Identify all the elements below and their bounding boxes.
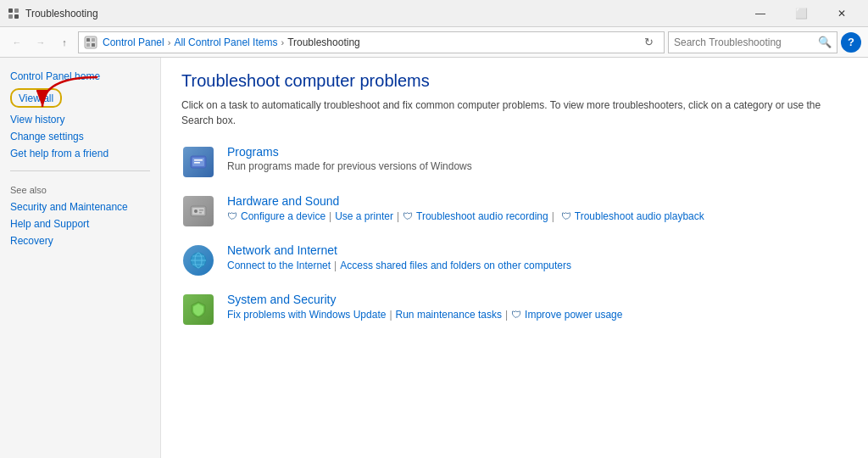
sidebar-help-support[interactable]: Help and Support (0, 215, 160, 232)
search-input[interactable] (674, 36, 815, 48)
see-also-label: See also (0, 176, 160, 198)
address-bar: ← → ↑ Control Panel › All Control Panel … (0, 27, 868, 58)
security-links: Fix problems with Windows Update | Run m… (227, 309, 622, 321)
svg-rect-17 (199, 209, 203, 211)
svg-rect-3 (14, 14, 19, 19)
page-description: Click on a task to automatically trouble… (181, 98, 848, 128)
up-button[interactable]: ↑ (54, 32, 75, 53)
restore-button[interactable]: ⬜ (782, 0, 821, 27)
improve-power-link[interactable]: Improve power usage (525, 309, 622, 321)
page-title: Troubleshoot computer problems (181, 71, 848, 91)
search-box[interactable]: 🔍 (668, 31, 837, 53)
svg-rect-18 (199, 212, 202, 214)
sidebar-change-settings[interactable]: Change settings (0, 128, 160, 145)
sidebar-recovery[interactable]: Recovery (0, 232, 160, 249)
connect-internet-link[interactable]: Connect to the Internet (227, 260, 331, 271)
hardware-icon (181, 194, 215, 228)
minimize-button[interactable]: — (741, 0, 780, 27)
back-button[interactable]: ← (7, 32, 27, 53)
programs-content: Programs Run programs made for previous … (227, 145, 472, 172)
programs-subtitle: Run programs made for previous versions … (227, 160, 472, 172)
run-maintenance-link[interactable]: Run maintenance tasks (396, 309, 502, 321)
network-content: Network and Internet Connect to the Inte… (227, 243, 571, 271)
window-controls: — ⬜ ✕ (741, 0, 861, 27)
main-content: Troubleshoot computer problems Click on … (161, 58, 868, 458)
sidebar-control-panel-home[interactable]: Control Panel home (0, 68, 160, 85)
hardware-content: Hardware and Sound 🛡 Configure a device … (227, 194, 704, 222)
sidebar: Control Panel home View all View history… (0, 58, 161, 458)
security-content: System and Security Fix problems with Wi… (227, 293, 622, 321)
security-title[interactable]: System and Security (227, 293, 622, 306)
view-all-button[interactable]: View all (10, 88, 62, 108)
window-icon (7, 7, 20, 20)
svg-rect-12 (194, 159, 203, 161)
svg-rect-13 (194, 162, 200, 164)
sidebar-get-help[interactable]: Get help from a friend (0, 145, 160, 162)
shield-icon-4: 🛡 (511, 309, 521, 321)
security-icon (181, 293, 215, 327)
breadcrumb-allitems[interactable]: All Control Panel Items (174, 36, 277, 48)
address-box[interactable]: Control Panel › All Control Panel Items … (78, 31, 665, 53)
programs-title[interactable]: Programs (227, 145, 472, 159)
svg-rect-5 (86, 38, 90, 42)
main-area: Control Panel home View all View history… (0, 58, 868, 458)
shield-icon-1: 🛡 (227, 210, 237, 222)
network-icon (181, 243, 215, 277)
svg-rect-6 (92, 38, 95, 42)
breadcrumb-controlpanel[interactable]: Control Panel (103, 36, 164, 48)
breadcrumb-current: Troubleshooting (287, 36, 360, 48)
search-icon: 🔍 (818, 36, 832, 48)
svg-rect-2 (8, 14, 13, 19)
see-also-divider (10, 170, 150, 171)
network-title[interactable]: Network and Internet (227, 243, 571, 257)
troubleshoot-audio-playback-link[interactable]: Troubleshoot audio playback (575, 210, 704, 222)
title-bar: Troubleshooting — ⬜ ✕ (0, 0, 868, 27)
forward-button[interactable]: → (31, 32, 51, 53)
svg-rect-1 (14, 8, 19, 13)
close-button[interactable]: ✕ (822, 0, 861, 27)
troubleshoot-audio-recording-link[interactable]: Troubleshoot audio recording (416, 210, 548, 222)
svg-rect-7 (86, 43, 90, 47)
category-programs: Programs Run programs made for previous … (181, 145, 848, 179)
breadcrumb: Control Panel › All Control Panel Items … (84, 36, 638, 49)
hardware-links: 🛡 Configure a device | Use a printer | 🛡… (227, 210, 704, 222)
category-hardware: Hardware and Sound 🛡 Configure a device … (181, 194, 848, 228)
shield-icon-3: 🛡 (561, 210, 571, 222)
svg-rect-0 (8, 8, 13, 13)
configure-device-link[interactable]: Configure a device (241, 210, 326, 222)
window-title: Troubleshooting (25, 8, 741, 20)
help-button[interactable]: ? (841, 32, 861, 53)
use-printer-link[interactable]: Use a printer (335, 210, 393, 222)
sidebar-security-maintenance[interactable]: Security and Maintenance (0, 198, 160, 215)
sidebar-view-history[interactable]: View history (0, 111, 160, 128)
network-links: Connect to the Internet | Access shared … (227, 260, 571, 271)
svg-rect-4 (85, 36, 97, 48)
svg-point-16 (194, 209, 198, 213)
category-security: System and Security Fix problems with Wi… (181, 293, 848, 327)
programs-icon (181, 145, 215, 179)
shield-icon-2: 🛡 (403, 210, 413, 222)
fix-windows-update-link[interactable]: Fix problems with Windows Update (227, 309, 386, 321)
access-shared-link[interactable]: Access shared files and folders on other… (340, 260, 571, 271)
svg-rect-8 (92, 43, 95, 47)
refresh-button[interactable]: ↻ (638, 32, 659, 53)
category-network: Network and Internet Connect to the Inte… (181, 243, 848, 277)
hardware-title[interactable]: Hardware and Sound (227, 194, 704, 208)
